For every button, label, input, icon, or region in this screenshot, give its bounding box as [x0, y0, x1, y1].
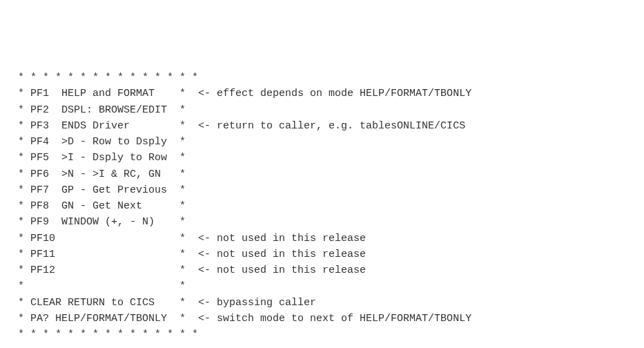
- pfkey-label: * PF11 *: [18, 249, 186, 260]
- pf-key-reference-block: * * * * * * * * * * * * * * * * PF1 HELP…: [6, 70, 638, 342]
- pfkey-comment: <- not used in this release: [186, 233, 366, 244]
- reference-line: * PF8 GN - Get Next *: [6, 198, 638, 214]
- line-indent: [6, 249, 18, 260]
- reference-line: * CLEAR RETURN to CICS * <- bypassing ca…: [6, 295, 638, 311]
- reference-line: * PF7 GP - Get Previous *: [6, 182, 638, 198]
- pfkey-label: * PF2 DSPL: BROWSE/EDIT *: [18, 104, 186, 116]
- line-indent: [6, 120, 18, 132]
- line-indent: [6, 216, 18, 228]
- reference-line: * *: [6, 278, 638, 294]
- pfkey-label: * PF10 *: [18, 233, 186, 244]
- line-indent: [6, 88, 18, 99]
- pfkey-label: * * * * * * * * * * * * * * *: [18, 72, 198, 84]
- reference-line: * * * * * * * * * * * * * * *: [6, 327, 638, 342]
- line-indent: [6, 313, 18, 325]
- pfkey-label: * PF5 >I - Dsply to Row *: [18, 152, 186, 164]
- pfkey-label: * PF7 GP - Get Previous *: [18, 184, 186, 196]
- pfkey-label: * PF6 >N - >I & RC, GN *: [18, 168, 186, 180]
- pfkey-label: * * * * * * * * * * * * * * *: [18, 329, 198, 340]
- pfkey-label: * CLEAR RETURN to CICS *: [18, 297, 186, 309]
- line-indent: [6, 280, 18, 292]
- pfkey-comment: <- effect depends on mode HELP/FORMAT/TB…: [186, 88, 471, 99]
- pfkey-comment: <- not used in this release: [186, 249, 366, 260]
- reference-line: * PF1 HELP and FORMAT * <- effect depend…: [6, 86, 638, 102]
- pfkey-comment: <- return to caller, e.g. tablesONLINE/C…: [186, 120, 465, 132]
- line-indent: [6, 152, 18, 164]
- pfkey-comment: <- switch mode to next of HELP/FORMAT/TB…: [186, 313, 471, 325]
- pfkey-label: * PF8 GN - Get Next *: [18, 200, 186, 212]
- pfkey-label: * PF9 WINDOW (+, - N) *: [18, 216, 186, 228]
- reference-line: * PA? HELP/FORMAT/TBONLY * <- switch mod…: [6, 311, 638, 327]
- reference-line: * PF2 DSPL: BROWSE/EDIT *: [6, 102, 638, 118]
- reference-line: * PF5 >I - Dsply to Row *: [6, 150, 638, 166]
- line-indent: [6, 297, 18, 309]
- pfkey-label: * PF12 *: [18, 264, 186, 276]
- pfkey-label: * PF3 ENDS Driver *: [18, 120, 186, 132]
- reference-line: * PF11 * <- not used in this release: [6, 246, 638, 262]
- line-indent: [6, 104, 18, 116]
- reference-line: * * * * * * * * * * * * * * *: [6, 70, 638, 86]
- pfkey-label: * PF1 HELP and FORMAT *: [18, 88, 186, 99]
- line-indent: [6, 136, 18, 148]
- reference-line: * PF9 WINDOW (+, - N) *: [6, 214, 638, 230]
- line-indent: [6, 264, 18, 276]
- pfkey-label: * PA? HELP/FORMAT/TBONLY *: [18, 313, 186, 325]
- line-indent: [6, 200, 18, 212]
- pfkey-label: * *: [18, 280, 186, 292]
- line-indent: [6, 168, 18, 180]
- line-indent: [6, 233, 18, 244]
- pfkey-comment: <- not used in this release: [186, 264, 366, 276]
- reference-line: * PF3 ENDS Driver * <- return to caller,…: [6, 118, 638, 134]
- line-indent: [6, 184, 18, 196]
- pfkey-label: * PF4 >D - Row to Dsply *: [18, 136, 186, 148]
- pfkey-comment: <- bypassing caller: [186, 297, 316, 309]
- reference-line: * PF4 >D - Row to Dsply *: [6, 134, 638, 150]
- line-indent: [6, 329, 18, 340]
- reference-line: * PF12 * <- not used in this release: [6, 262, 638, 278]
- reference-line: * PF6 >N - >I & RC, GN *: [6, 166, 638, 182]
- reference-line: * PF10 * <- not used in this release: [6, 231, 638, 246]
- line-indent: [6, 72, 18, 84]
